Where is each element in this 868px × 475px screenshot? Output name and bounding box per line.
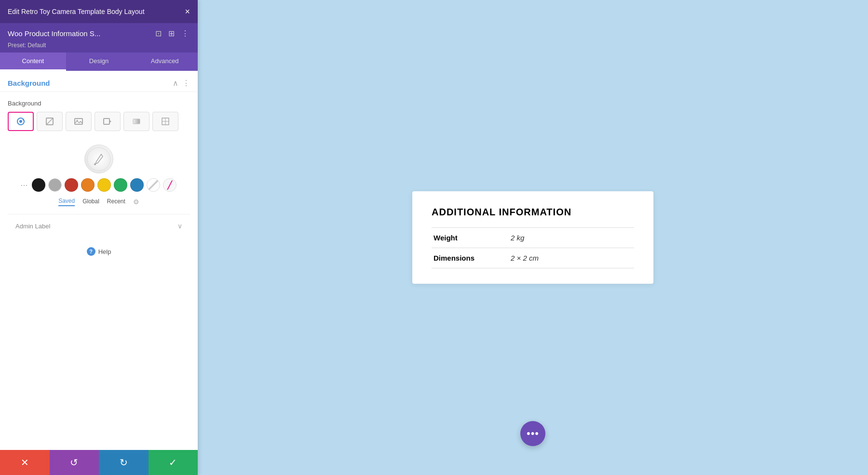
undo-button[interactable]: ↺ <box>50 450 99 475</box>
dimensions-label: Dimensions <box>432 248 509 268</box>
bg-type-image-button[interactable] <box>66 112 92 131</box>
svg-point-14 <box>94 163 96 165</box>
pattern-icon <box>161 117 170 126</box>
svg-point-1 <box>19 120 22 123</box>
bg-type-video-button[interactable] <box>95 112 121 131</box>
background-label: Background <box>8 100 190 107</box>
tab-design[interactable]: Design <box>66 53 132 71</box>
swatch-orange[interactable] <box>81 178 95 192</box>
admin-label-row[interactable]: Admin Label ∨ <box>15 214 182 238</box>
color-picker-area: ··· ╱ Saved Global Recent ⚙ <box>8 141 190 214</box>
no-bg-icon <box>45 117 54 126</box>
background-section: Background <box>0 92 198 273</box>
left-panel: Edit Retro Toy Camera Template Body Layo… <box>0 0 198 475</box>
admin-label-text: Admin Label <box>15 223 50 230</box>
video-icon <box>103 117 112 126</box>
bg-type-none-button[interactable] <box>37 112 63 131</box>
section-more-button[interactable]: ⋮ <box>182 79 190 88</box>
info-card-title: ADDITIONAL INFORMATION <box>432 207 634 218</box>
close-button[interactable]: × <box>185 7 190 16</box>
preset-row: Preset: Default <box>8 42 190 49</box>
tab-content[interactable]: Content <box>0 53 66 71</box>
section-header: Background ∧ ⋮ <box>0 71 198 92</box>
color-wheel[interactable] <box>84 145 113 173</box>
bottom-bar: ✕ ↺ ↻ ✓ <box>0 450 198 475</box>
help-label: Help <box>98 248 111 255</box>
title-bar: Edit Retro Toy Camera Template Body Layo… <box>0 0 198 23</box>
color-tab-global[interactable]: Global <box>82 198 99 206</box>
image-icon <box>74 117 83 126</box>
swatch-gray[interactable] <box>48 178 62 192</box>
swatch-transparent[interactable] <box>147 178 160 192</box>
module-icons: ⊡ ⊞ ⋮ <box>154 28 190 39</box>
more-icon-button[interactable]: ⋮ <box>180 28 190 39</box>
color-swatches-row: ··· ╱ <box>20 177 177 193</box>
info-card: ADDITIONAL INFORMATION Weight 2 kg Dimen… <box>412 191 653 284</box>
bg-type-pattern-button[interactable] <box>152 112 178 131</box>
tab-advanced[interactable]: Advanced <box>132 53 198 71</box>
svg-rect-5 <box>75 119 82 124</box>
swatch-green[interactable] <box>114 178 127 192</box>
svg-rect-9 <box>133 119 140 124</box>
swatch-yellow[interactable] <box>97 178 111 192</box>
title-bar-text: Edit Retro Toy Camera Template Body Layo… <box>8 8 145 15</box>
gradient-icon <box>132 117 141 126</box>
weight-label: Weight <box>432 228 509 248</box>
module-title: Woo Product Information S... <box>8 29 100 38</box>
save-button[interactable]: ✓ <box>149 450 198 475</box>
section-header-icons: ∧ ⋮ <box>173 79 190 88</box>
module-header: Woo Product Information S... ⊡ ⊞ ⋮ Prese… <box>0 23 198 53</box>
preset-link[interactable]: Preset: Default <box>8 42 46 49</box>
swatch-red[interactable] <box>65 178 78 192</box>
table-row: Weight 2 kg <box>432 228 634 248</box>
more-swatches-button[interactable]: ··· <box>20 180 27 190</box>
color-tabs-row: Saved Global Recent ⚙ <box>58 198 139 206</box>
cancel-button[interactable]: ✕ <box>0 450 50 475</box>
fab-button[interactable]: ••• <box>520 421 545 446</box>
panel-content: Background ∧ ⋮ Background <box>0 71 198 450</box>
tabs-row: Content Design Advanced <box>0 53 198 71</box>
svg-line-4 <box>46 118 53 125</box>
bg-type-color-button[interactable] <box>8 112 34 131</box>
svg-marker-8 <box>109 120 111 123</box>
collapse-button[interactable]: ∧ <box>173 79 178 88</box>
color-wheel-icon <box>87 147 111 171</box>
svg-rect-7 <box>104 119 109 124</box>
color-tab-saved[interactable]: Saved <box>58 198 75 206</box>
right-canvas: ADDITIONAL INFORMATION Weight 2 kg Dimen… <box>198 0 868 475</box>
bg-type-gradient-button[interactable] <box>123 112 149 131</box>
admin-label-section: Admin Label ∨ <box>8 214 190 238</box>
redo-button[interactable]: ↻ <box>99 450 149 475</box>
admin-label-chevron: ∨ <box>177 222 182 230</box>
dimensions-value: 2 × 2 cm <box>509 248 634 268</box>
swatch-slash[interactable]: ╱ <box>163 178 176 192</box>
bg-type-row <box>8 112 190 131</box>
swatch-blue[interactable] <box>130 178 144 192</box>
color-settings-button[interactable]: ⚙ <box>133 198 139 206</box>
responsive-icon-button[interactable]: ⊡ <box>154 28 163 39</box>
help-row[interactable]: ? Help <box>8 238 190 265</box>
paint-bucket-icon <box>16 117 26 126</box>
module-header-row: Woo Product Information S... ⊡ ⊞ ⋮ <box>8 28 190 39</box>
svg-point-13 <box>87 147 110 171</box>
info-table: Weight 2 kg Dimensions 2 × 2 cm <box>432 227 634 268</box>
help-icon: ? <box>87 247 95 256</box>
color-tab-recent[interactable]: Recent <box>107 198 125 206</box>
swatch-black[interactable] <box>32 178 45 192</box>
section-title: Background <box>8 79 50 87</box>
columns-icon-button[interactable]: ⊞ <box>167 28 176 39</box>
weight-value: 2 kg <box>509 228 634 248</box>
table-row: Dimensions 2 × 2 cm <box>432 248 634 268</box>
